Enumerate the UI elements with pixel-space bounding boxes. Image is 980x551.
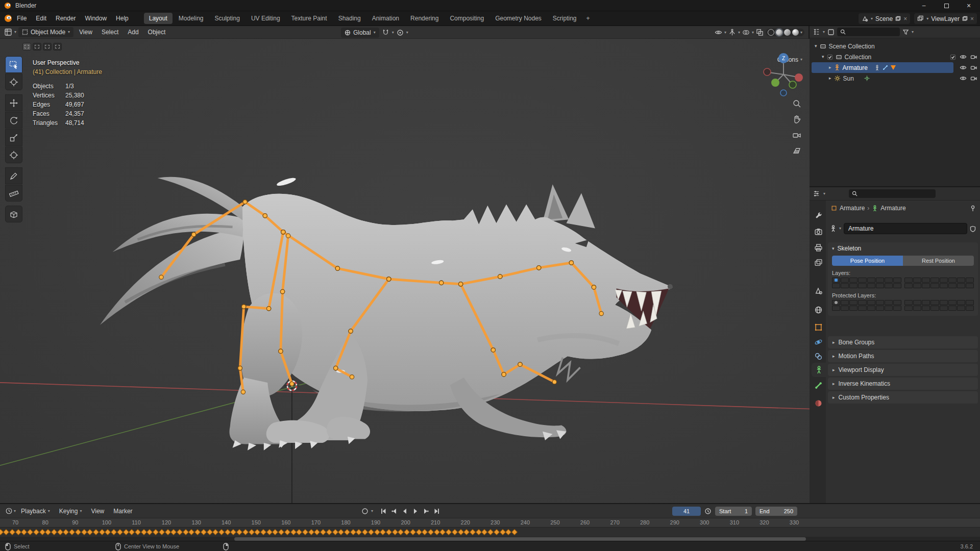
layer-toggle[interactable] [867,278,875,283]
bone-joint[interactable] [518,362,522,366]
chevron-down-icon[interactable]: ▾ [406,31,408,35]
bone-joint[interactable] [290,382,294,386]
layer-toggle[interactable] [948,306,957,311]
keyframe-diamond[interactable] [33,529,39,536]
bone-joint[interactable] [263,214,267,218]
layer-toggle[interactable] [940,278,948,283]
checkbox-icon[interactable] [827,54,833,60]
blender-menu-icon[interactable] [4,14,12,22]
timeline-menu-view[interactable]: View [87,508,108,515]
layer-toggle[interactable] [957,306,965,311]
bone-joint[interactable] [349,329,353,333]
layer-toggle[interactable] [858,300,866,305]
menu-window[interactable]: Window [80,11,111,26]
bone-joint[interactable] [334,366,338,370]
layer-toggle[interactable] [913,283,921,288]
bone-joint[interactable] [159,275,163,279]
keyframe-diamond[interactable] [218,529,225,536]
keyframe-diamond[interactable] [177,529,183,536]
layer-toggle[interactable] [930,300,939,305]
chevron-down-icon[interactable]: ▾ [823,192,825,196]
bone-joint[interactable] [537,266,541,270]
layer-toggle[interactable] [841,306,849,311]
bone-joint[interactable] [491,348,495,352]
eye-icon[interactable] [960,54,967,60]
pin-icon[interactable] [970,205,976,212]
bone-joint[interactable] [191,232,195,236]
eye-icon[interactable] [960,76,967,81]
timeline-ruler[interactable]: 7080901001101201301401501601701801902002… [0,518,980,528]
layer-toggle[interactable] [832,300,840,305]
disclosure-icon[interactable]: ▸ [829,76,831,81]
layer-toggle[interactable] [841,278,849,283]
layer-toggle[interactable] [904,300,913,305]
workspace-tab[interactable]: Texture Paint [286,13,332,24]
skeleton-panel-header[interactable]: ▾ Skeleton [828,242,978,255]
mode-dropdown[interactable]: Object Mode ▾ [18,27,74,37]
panel-inverse-kinematics[interactable]: ▸Inverse Kinematics [828,378,978,390]
chevron-down-icon[interactable]: ▾ [912,30,914,34]
snap-magnet-icon[interactable] [382,29,389,36]
keyframe-diamond[interactable] [446,529,452,536]
tab-object[interactable] [811,320,826,334]
proportional-edit-icon[interactable] [397,29,404,36]
keyframe-diamond[interactable] [153,529,159,536]
timeline-menu-marker[interactable]: Marker [109,508,136,515]
scale-tool[interactable] [5,129,22,146]
shield-fake-user-icon[interactable] [970,226,976,232]
shading-material-icon[interactable] [784,29,791,36]
layer-toggle[interactable] [893,300,901,305]
keyframe-diamond[interactable] [302,529,309,536]
bone-joint[interactable] [458,282,462,286]
layer-toggle[interactable] [885,300,893,305]
tool-option-icon[interactable] [33,43,41,51]
keyframe-diamond[interactable] [278,529,285,536]
add-workspace-button[interactable]: + [582,14,594,23]
bone-joint[interactable] [498,274,502,279]
viewport-menu-view[interactable]: View [76,29,96,36]
layer-toggle[interactable] [885,283,893,288]
unlink-scene-icon[interactable]: × [903,15,907,22]
auto-keying-record-icon[interactable] [360,507,370,516]
xray-toggle-icon[interactable] [756,29,764,36]
cursor-tool[interactable] [5,73,22,90]
chevron-down-icon[interactable]: ▾ [738,31,740,35]
bone-joint[interactable] [552,380,556,384]
chevron-down-icon[interactable]: ▾ [823,30,825,34]
viewport-menu-object[interactable]: Object [144,29,169,36]
jump-to-end-button[interactable] [432,507,442,516]
viewport-menu-select[interactable]: Select [98,29,122,36]
frame-start-field[interactable]: Start1 [715,507,752,516]
bone-joint[interactable] [280,289,284,293]
outliner-search[interactable] [837,28,900,36]
chevron-down-icon[interactable]: ▾ [752,31,754,35]
tool-option-icon[interactable] [53,43,62,51]
bone-joint[interactable] [439,281,443,285]
visibility-filter-icon[interactable] [715,29,722,36]
layer-toggle[interactable] [922,278,930,283]
shading-rendered-icon[interactable] [792,29,799,36]
timeline-editor-icon[interactable] [5,507,13,515]
transform-tool[interactable] [5,146,22,163]
checkbox-icon[interactable] [950,54,956,60]
layer-toggle[interactable] [966,283,974,288]
layer-toggle[interactable] [832,306,840,311]
keyframe-diamond[interactable] [404,529,410,536]
chevron-down-icon[interactable]: ▾ [392,31,394,35]
rest-position-button[interactable]: Rest Position [903,256,974,266]
tab-tool[interactable] [811,208,826,222]
keyframe-diamond[interactable] [93,529,100,536]
camera-icon[interactable] [970,65,977,70]
chevron-down-icon[interactable]: ▾ [800,31,802,35]
panel-expand-icon[interactable]: ▾ [832,246,835,251]
layer-toggle[interactable] [922,283,930,288]
keyframe-diamond[interactable] [386,529,393,536]
tab-constraints[interactable] [811,349,826,363]
panel-motion-paths[interactable]: ▸Motion Paths [828,350,978,362]
frame-end-field[interactable]: End250 [755,507,797,516]
menu-file[interactable]: File [12,11,31,26]
layer-toggle[interactable] [940,283,948,288]
menu-help[interactable]: Help [111,11,133,26]
keyframe-diamond[interactable] [470,529,476,536]
layer-toggle[interactable] [885,306,893,311]
